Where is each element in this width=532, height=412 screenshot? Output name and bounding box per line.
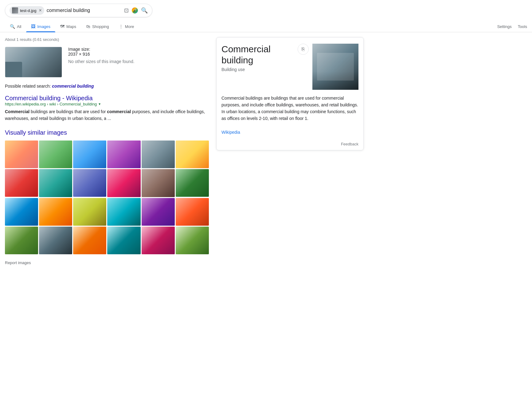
url-dropdown-icon[interactable]: ▼ (98, 102, 101, 106)
image-grid-cell[interactable] (142, 227, 175, 254)
image-dimensions: 2037 × 916 (68, 52, 90, 57)
tools-link[interactable]: Tools (518, 24, 527, 29)
image-grid-cell[interactable] (39, 169, 72, 197)
search-chip[interactable]: test-d.jpg × (10, 6, 44, 15)
all-icon: 🔍 (10, 24, 15, 29)
image-cell-inner (176, 169, 209, 197)
chip-label: test-d.jpg (20, 8, 36, 13)
image-grid-cell[interactable] (107, 227, 140, 254)
kp-wikipedia-link[interactable]: Wikipedia (221, 130, 240, 135)
kp-subtitle: Building use (221, 67, 294, 72)
wiki-result-url: https://en.wikipedia.org › wiki › Commer… (5, 102, 209, 106)
image-grid-cell[interactable] (5, 198, 38, 226)
chip-close-icon[interactable]: × (39, 8, 41, 13)
kp-share-button[interactable]: ⎘ (298, 44, 309, 55)
image-cell-inner (73, 141, 106, 168)
image-grid-cell[interactable] (176, 198, 209, 226)
image-cell-inner (107, 169, 140, 197)
results-info: About 1 results (0.61 seconds) (5, 37, 209, 42)
image-cell-inner (5, 141, 38, 168)
maps-icon: 🗺 (60, 24, 65, 29)
image-grid-cell[interactable] (73, 227, 106, 254)
image-cell-inner (5, 227, 38, 254)
image-grid-cell[interactable] (176, 141, 209, 168)
tab-all-label: All (17, 24, 21, 29)
wiki-result-title[interactable]: Commercial building - Wikipedia (5, 95, 93, 101)
image-cell-inner (39, 169, 72, 197)
image-cell-inner (73, 198, 106, 226)
tab-more-label: More (125, 24, 134, 29)
chip-thumbnail (12, 7, 18, 14)
knowledge-panel: Commercial building Building use ⎘ Comme… (216, 37, 364, 150)
kp-feedback[interactable]: Feedback (217, 141, 363, 150)
image-grid-cell[interactable] (73, 141, 106, 168)
image-grid-cell[interactable] (39, 198, 72, 226)
image-grid-cell[interactable] (39, 227, 72, 254)
main-content: About 1 results (0.61 seconds) Image siz… (0, 32, 369, 271)
visually-similar-title[interactable]: Visually similar images (5, 129, 209, 136)
image-cell-inner (5, 169, 38, 197)
result-meta: Image size: 2037 × 916 No other sizes of… (68, 47, 135, 77)
kp-description-text: Commercial buildings are buildings that … (221, 96, 358, 121)
kp-description: Commercial buildings are buildings that … (217, 95, 363, 141)
wiki-result: Commercial building - Wikipedia https://… (5, 95, 209, 122)
image-grid-cell[interactable] (142, 141, 175, 168)
search-icon[interactable]: 🔍 (141, 7, 148, 14)
image-grid-cell[interactable] (107, 141, 140, 168)
image-grid-cell[interactable] (107, 198, 140, 226)
kp-image[interactable] (312, 44, 358, 90)
image-grid-cell[interactable] (107, 169, 140, 197)
search-input[interactable] (47, 8, 122, 13)
image-cell-inner (73, 169, 106, 197)
image-cell-inner (176, 227, 209, 254)
tab-shopping-label: Shopping (92, 24, 109, 29)
report-images[interactable]: Report images (5, 260, 209, 265)
image-cell-inner (176, 141, 209, 168)
image-cell-inner (176, 198, 209, 226)
nav-settings: Settings Tools (497, 24, 527, 29)
share-icon: ⎘ (302, 46, 305, 52)
image-cell-inner (142, 198, 175, 226)
knowledge-panel-column: Commercial building Building use ⎘ Comme… (216, 37, 364, 271)
search-bar: test-d.jpg × ⊡ 🎤 🔍 (5, 4, 152, 17)
thumbnail-image (5, 47, 62, 77)
tab-maps[interactable]: 🗺 Maps (55, 21, 81, 32)
tab-all[interactable]: 🔍 All (5, 21, 26, 32)
wiki-snippet: Commercial buildings are buildings that … (5, 108, 209, 122)
tab-images[interactable]: 🖼 Images (26, 21, 55, 32)
image-cell-inner (39, 227, 72, 254)
result-thumbnail[interactable] (5, 47, 62, 77)
image-grid-cell[interactable] (73, 198, 106, 226)
image-grid-cell[interactable] (142, 169, 175, 197)
image-cell-inner (39, 198, 72, 226)
related-search: Possible related search: commercial buil… (5, 84, 209, 89)
image-cell-inner (107, 198, 140, 226)
settings-link[interactable]: Settings (497, 24, 512, 29)
more-icon: ⋮ (119, 24, 123, 29)
tab-more[interactable]: ⋮ More (114, 21, 139, 32)
image-grid-cell[interactable] (73, 169, 106, 197)
image-grid-cell[interactable] (176, 227, 209, 254)
tab-maps-label: Maps (66, 24, 76, 29)
camera-icon[interactable]: ⊡ (124, 7, 129, 14)
image-grid-cell[interactable] (176, 169, 209, 197)
image-grid-cell[interactable] (5, 141, 38, 168)
tab-shopping[interactable]: 🛍 Shopping (81, 21, 114, 32)
image-cell-inner (142, 169, 175, 197)
results-column: About 1 results (0.61 seconds) Image siz… (5, 37, 209, 271)
images-icon: 🖼 (31, 24, 35, 29)
image-cell-inner (107, 141, 140, 168)
kp-title-line1: Commercial (221, 44, 271, 54)
related-link[interactable]: commercial building (52, 84, 94, 89)
image-cell-inner (142, 227, 175, 254)
image-cell-inner (107, 227, 140, 254)
image-grid-cell[interactable] (39, 141, 72, 168)
kp-title-area: Commercial building Building use (221, 44, 294, 72)
nav-tabs: 🔍 All 🖼 Images 🗺 Maps 🛍 Shopping ⋮ More … (0, 18, 532, 32)
image-size-info: Image size: 2037 × 916 (68, 47, 135, 57)
image-grid-cell[interactable] (142, 198, 175, 226)
mic-icon[interactable]: 🎤 (132, 7, 138, 14)
image-grid-cell[interactable] (5, 169, 38, 197)
image-grid-cell[interactable] (5, 227, 38, 254)
wiki-url-text: https://en.wikipedia.org › wiki › Commer… (5, 102, 97, 106)
